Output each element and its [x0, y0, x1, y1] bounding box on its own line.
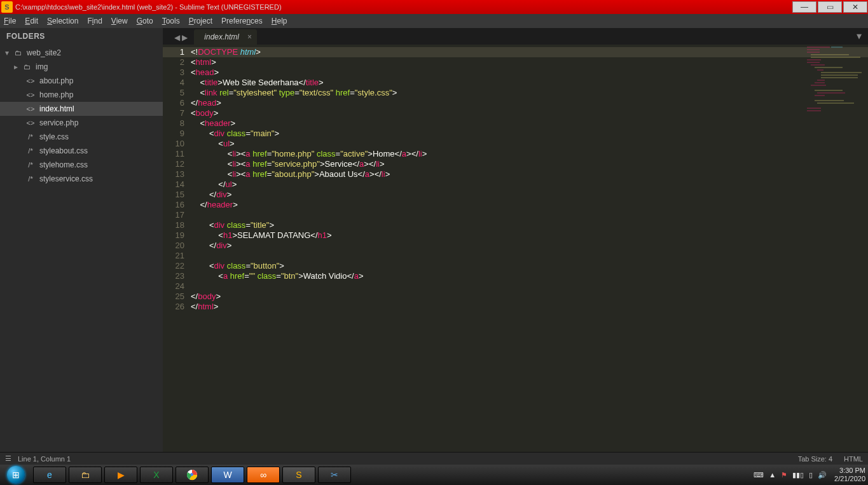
code-area[interactable]: <!DOCTYPE html><html><head> <title>Web S…: [191, 45, 868, 452]
close-button[interactable]: ✕: [843, 1, 867, 13]
minimize-button[interactable]: —: [792, 1, 816, 13]
taskbar-app-mediaplayer[interactable]: ▶: [104, 467, 137, 483]
sidebar-file-home-php[interactable]: <>home.php: [0, 88, 163, 102]
volume-icon[interactable]: 🔊: [818, 471, 827, 479]
chevron-down-icon: ▾: [5, 48, 13, 57]
sidebar-item-label: service.php: [39, 118, 78, 127]
window-titlebar: S C:\xampp\htdocs\web_site2\index.html (…: [0, 0, 868, 14]
sidebar-file-styleservice-css[interactable]: /*styleservice.css: [0, 172, 163, 186]
line-gutter: 1234567891011121314151617181920212223242…: [163, 45, 191, 452]
menu-find[interactable]: Find: [87, 17, 102, 25]
file-icon: /*: [25, 161, 36, 169]
tab-index-html[interactable]: index.html ×: [194, 29, 257, 45]
minimap[interactable]: [804, 45, 868, 121]
system-tray: ⌨ ▲ ⚑ ▮▮▯ ▯ 🔊 3:30 PM 2/21/2020: [751, 467, 868, 483]
menu-help[interactable]: Help: [272, 17, 287, 25]
network-icon[interactable]: ▮▮▯: [792, 471, 804, 479]
file-icon: <>: [25, 91, 36, 99]
window-controls: — ▭ ✕: [792, 1, 868, 13]
status-cursor: Line 1, Column 1: [18, 455, 71, 463]
taskbar-app-sublime[interactable]: S: [282, 467, 315, 483]
sidebar-file-service-php[interactable]: <>service.php: [0, 116, 163, 130]
app-icon: S: [1, 1, 13, 13]
close-icon[interactable]: ×: [247, 32, 252, 41]
flag-icon[interactable]: ⚑: [781, 471, 787, 479]
status-bar: ☰ Line 1, Column 1 Tab Size: 4 HTML: [0, 452, 868, 465]
sidebar-item-label: styleabout.css: [39, 146, 88, 155]
menu-preferences[interactable]: Preferences: [221, 17, 263, 25]
sidebar-folder-project[interactable]: ▾ 🗀 web_site2: [0, 46, 163, 60]
tab-label: index.html: [204, 32, 239, 41]
sidebar-file-style-css[interactable]: /*style.css: [0, 130, 163, 144]
folder-icon: 🗀: [13, 49, 23, 57]
taskbar-app-snipping[interactable]: ✂: [318, 467, 351, 483]
sidebar-item-label: about.php: [39, 76, 73, 85]
switch-project-icon[interactable]: ☰: [5, 454, 11, 463]
tray-clock[interactable]: 3:30 PM 2/21/2020: [834, 467, 865, 483]
editor: ◀ ▶ index.html × ▾ 123456789101112131415…: [163, 28, 868, 452]
sidebar-item-label: web_site2: [27, 48, 61, 57]
tab-overflow-menu[interactable]: ▾: [850, 28, 868, 45]
status-tab-size[interactable]: Tab Size: 4: [798, 455, 832, 463]
taskbar-app-word[interactable]: W: [211, 467, 244, 483]
tray-time: 3:30 PM: [834, 467, 865, 475]
file-icon: <>: [25, 119, 36, 127]
sidebar-item-label: stylehome.css: [39, 160, 88, 169]
sidebar-folder-img[interactable]: ▸ 🗀 img: [0, 60, 163, 74]
maximize-button[interactable]: ▭: [818, 1, 842, 13]
sidebar-item-label: index.html: [39, 104, 74, 113]
code-editor[interactable]: 1234567891011121314151617181920212223242…: [163, 45, 868, 452]
menu-view[interactable]: View: [111, 17, 128, 25]
taskbar-app-explorer[interactable]: 🗀: [69, 467, 102, 483]
sidebar-item-label: styleservice.css: [39, 174, 93, 183]
menu-bar: File Edit Selection Find View Goto Tools…: [0, 14, 868, 28]
menu-project[interactable]: Project: [189, 17, 212, 25]
status-lang[interactable]: HTML: [844, 455, 863, 463]
battery-icon[interactable]: ▯: [809, 471, 813, 479]
sidebar-file-index-html[interactable]: <>index.html: [0, 102, 163, 116]
sidebar-item-label: style.css: [39, 132, 69, 141]
sidebar-item-label: img: [36, 62, 48, 71]
tab-strip: ◀ ▶ index.html × ▾: [163, 28, 868, 45]
tray-show-hidden-icon[interactable]: ▲: [769, 471, 776, 479]
menu-tools[interactable]: Tools: [162, 17, 180, 25]
file-icon: <>: [25, 105, 36, 113]
file-icon: /*: [25, 175, 36, 183]
taskbar-app-ie[interactable]: e: [33, 467, 66, 483]
file-icon: <>: [25, 77, 36, 85]
menu-selection[interactable]: Selection: [47, 17, 78, 25]
sidebar-header: FOLDERS: [0, 28, 163, 45]
sidebar-item-label: home.php: [39, 90, 73, 99]
taskbar-app-chrome[interactable]: [176, 467, 209, 483]
taskbar-app-xampp[interactable]: ∞: [247, 467, 280, 483]
menu-file[interactable]: File: [4, 17, 16, 25]
taskbar-app-excel[interactable]: X: [140, 467, 173, 483]
menu-edit[interactable]: Edit: [25, 17, 38, 25]
start-button[interactable]: ⊞: [0, 465, 32, 485]
tab-history-nav[interactable]: ◀ ▶: [168, 31, 194, 45]
keyboard-icon[interactable]: ⌨: [754, 471, 764, 479]
taskbar: ⊞ e 🗀 ▶ X W ∞ S ✂ ⌨ ▲ ⚑ ▮▮▯ ▯ 🔊 3:30 PM …: [0, 465, 868, 485]
menu-goto[interactable]: Goto: [137, 17, 153, 25]
sidebar-file-about-php[interactable]: <>about.php: [0, 74, 163, 88]
file-icon: /*: [25, 147, 36, 155]
sidebar-file-stylehome-css[interactable]: /*stylehome.css: [0, 158, 163, 172]
file-icon: /*: [25, 133, 36, 141]
sidebar: FOLDERS ▾ 🗀 web_site2 ▸ 🗀 img <>about.ph…: [0, 28, 163, 452]
window-title: C:\xampp\htdocs\web_site2\index.html (we…: [15, 3, 282, 11]
chevron-right-icon: ▸: [14, 62, 22, 71]
tray-date: 2/21/2020: [834, 475, 865, 483]
folder-icon: 🗀: [22, 63, 32, 71]
sidebar-file-styleabout-css[interactable]: /*styleabout.css: [0, 144, 163, 158]
